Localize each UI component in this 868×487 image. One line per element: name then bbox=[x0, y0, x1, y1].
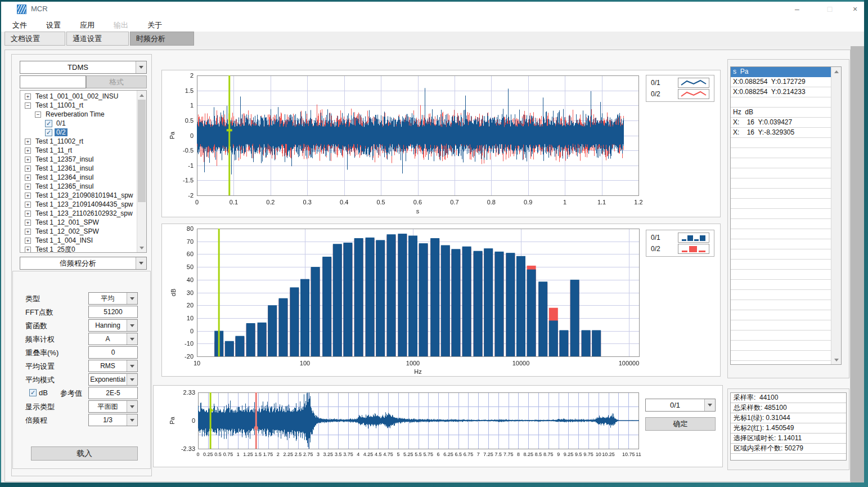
cursor-list-row[interactable] bbox=[731, 219, 831, 229]
menu-item-1[interactable]: 设置 bbox=[39, 18, 68, 33]
cursor-list-row[interactable] bbox=[731, 229, 831, 239]
cursor-list-row[interactable] bbox=[731, 158, 831, 168]
setting-select-2[interactable]: Hanning bbox=[88, 319, 138, 332]
checkbox[interactable]: ✓ bbox=[45, 129, 52, 136]
cursor-list-row[interactable] bbox=[731, 310, 831, 320]
tree-item-label[interactable]: Test 1_123_210914094435_spw bbox=[34, 200, 134, 208]
scroll-up-icon[interactable] bbox=[137, 91, 146, 100]
expand-icon[interactable]: + bbox=[25, 247, 31, 253]
menu-item-3[interactable]: 输出 bbox=[107, 18, 135, 33]
cursor-list-row[interactable] bbox=[731, 138, 831, 148]
cursor-list-row[interactable] bbox=[731, 209, 831, 219]
expand-icon[interactable]: + bbox=[25, 238, 31, 244]
setting-select-6[interactable]: Exponential bbox=[88, 373, 138, 386]
cursor-list-row[interactable] bbox=[731, 148, 831, 158]
cursor-list-row[interactable] bbox=[731, 320, 831, 330]
tree-item-label[interactable]: Test 1_12365_insul bbox=[34, 182, 95, 190]
overview-channel-select[interactable]: 0/1 bbox=[645, 399, 716, 412]
tab-文档设置[interactable]: 文档设置 bbox=[5, 32, 65, 46]
minimize-button[interactable]: – bbox=[784, 0, 810, 18]
setting-input-1[interactable]: 51200 bbox=[88, 306, 138, 318]
tree-item[interactable]: +Test 1_123_210908101941_spw bbox=[23, 191, 146, 200]
collapse-icon[interactable]: − bbox=[25, 102, 31, 109]
expand-icon[interactable]: + bbox=[25, 202, 31, 208]
expand-icon[interactable]: + bbox=[25, 175, 31, 181]
tree-item-label[interactable]: Test 1_123_211026102932_spw bbox=[34, 209, 134, 217]
tree-item[interactable]: +Test 1_1_004_INSI bbox=[23, 236, 146, 245]
tree-item-label[interactable]: Test 1_12364_insul bbox=[34, 173, 95, 181]
setting-select-3[interactable]: A bbox=[88, 333, 138, 345]
cursor-list-row[interactable] bbox=[731, 280, 831, 290]
cursor-list-row[interactable] bbox=[731, 178, 831, 189]
format-button[interactable]: 格式 bbox=[86, 75, 147, 88]
scroll-down-icon[interactable] bbox=[137, 243, 146, 252]
tree-item-label[interactable]: Test 1_12361_insul bbox=[34, 164, 95, 172]
tree-scrollbar-thumb[interactable] bbox=[138, 100, 146, 202]
cursor-list-row[interactable] bbox=[731, 239, 831, 249]
setting-select-0[interactable]: 平均 bbox=[88, 292, 138, 305]
cursor-list-row[interactable] bbox=[731, 330, 831, 341]
file-format-select[interactable]: TDMS bbox=[20, 61, 147, 74]
tree-item-label[interactable]: 0/1 bbox=[55, 119, 68, 127]
tree-item-label[interactable]: 0/2 bbox=[55, 128, 68, 136]
expand-icon[interactable]: + bbox=[25, 93, 31, 100]
menu-item-0[interactable]: 文件 bbox=[6, 18, 34, 33]
cursor-list-row[interactable]: X: 16 Y:0.039427 bbox=[731, 118, 831, 128]
tree-item[interactable]: +Test 1_12357_insul bbox=[23, 155, 146, 164]
maximize-button[interactable]: □ bbox=[817, 0, 843, 18]
expand-icon[interactable]: + bbox=[25, 211, 31, 217]
tree-item[interactable]: +Test 1_11_rt bbox=[23, 146, 146, 155]
tree-item-label[interactable]: Test 1_001_001_002_INSU bbox=[34, 92, 120, 100]
cursor-list-row[interactable] bbox=[731, 290, 831, 300]
cursor-list-row[interactable]: X:0.088254 Y:0.172729 bbox=[731, 77, 831, 87]
tree-item[interactable]: +Test 1_12361_insul bbox=[23, 164, 146, 173]
tree-item[interactable]: +Test 1_12364_insul bbox=[23, 173, 146, 182]
cursor-list-scrollbar[interactable] bbox=[831, 67, 841, 364]
tree-item-label[interactable]: Test 1_12357_insul bbox=[34, 155, 95, 163]
cursor-list-row[interactable] bbox=[731, 249, 831, 260]
tree-item[interactable]: ✓0/1 bbox=[23, 119, 146, 128]
cursor-list-row[interactable] bbox=[731, 351, 831, 361]
cursor-list-row[interactable] bbox=[731, 270, 831, 280]
tree-item[interactable]: −Reverberation Time bbox=[23, 110, 146, 119]
setting-select-5[interactable]: RMS bbox=[88, 360, 138, 372]
cursor-list-row[interactable] bbox=[731, 341, 831, 351]
cursor-list-row[interactable] bbox=[731, 189, 831, 199]
expand-icon[interactable]: + bbox=[25, 138, 31, 145]
expand-icon[interactable]: + bbox=[25, 229, 31, 235]
tree-item-label[interactable]: Test 1_12_002_SPW bbox=[34, 227, 101, 235]
setting-select-8[interactable]: 平面图 bbox=[88, 400, 138, 413]
expand-icon[interactable]: + bbox=[25, 184, 31, 190]
tree-item[interactable]: ✓0/2 bbox=[23, 128, 146, 137]
expand-icon[interactable]: + bbox=[25, 220, 31, 226]
cursor-list-row[interactable] bbox=[731, 168, 831, 178]
tree-item[interactable]: +Test 1_123_210914094435_spw bbox=[23, 200, 146, 209]
tree-item-label[interactable]: Test 1_11001_rt bbox=[34, 101, 85, 109]
tree-item[interactable]: +Test 1_123_211026102932_spw bbox=[23, 209, 146, 218]
setting-select-9[interactable]: 1/3 bbox=[88, 414, 138, 426]
scroll-up-icon[interactable] bbox=[831, 67, 841, 76]
menu-item-2[interactable]: 应用 bbox=[73, 18, 101, 33]
tree-scrollbar[interactable] bbox=[137, 91, 146, 252]
filter-input[interactable] bbox=[20, 75, 86, 88]
tree-item-label[interactable]: Test 1_25度0 bbox=[34, 245, 77, 253]
cursor-list-row[interactable] bbox=[731, 260, 831, 270]
tree-item[interactable]: +Test 1_12_002_SPW bbox=[23, 227, 146, 236]
octave-chart-canvas[interactable] bbox=[163, 225, 719, 376]
expand-icon[interactable]: + bbox=[25, 193, 31, 199]
tab-通道设置[interactable]: 通道设置 bbox=[66, 32, 129, 46]
cursor-list-row[interactable]: X:0.088254 Y:0.214233 bbox=[731, 87, 831, 97]
collapse-icon[interactable]: − bbox=[35, 111, 41, 118]
cursor-list-row[interactable] bbox=[731, 97, 831, 108]
cursor-list-row[interactable]: X: 16 Y:-8.329305 bbox=[731, 128, 831, 138]
tree-item[interactable]: +Test 1_11002_rt bbox=[23, 137, 146, 146]
cursor-list-row[interactable] bbox=[731, 361, 831, 365]
confirm-button[interactable]: 确定 bbox=[645, 417, 716, 431]
tree-item-label[interactable]: Test 1_1_004_INSI bbox=[34, 236, 95, 244]
cursor-list-row[interactable] bbox=[731, 300, 831, 310]
menu-item-4[interactable]: 关于 bbox=[141, 18, 169, 33]
expand-icon[interactable]: + bbox=[25, 166, 31, 172]
tree-item-label[interactable]: Reverberation Time bbox=[44, 110, 106, 118]
time-chart-canvas[interactable] bbox=[163, 71, 719, 216]
cursor-list-row[interactable] bbox=[731, 199, 831, 209]
